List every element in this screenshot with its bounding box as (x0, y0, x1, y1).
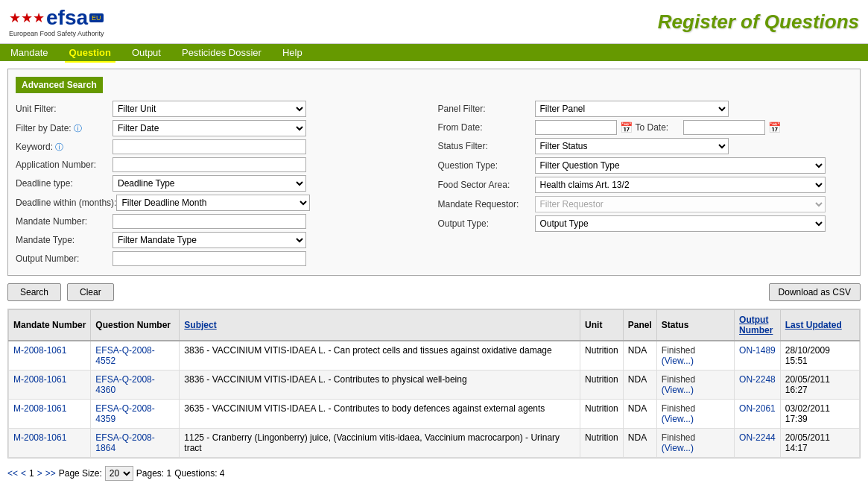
nav-help[interactable]: Help (278, 44, 307, 61)
button-row: Search Clear Download as CSV (7, 283, 861, 301)
keyword-label: Keyword: ⓘ (16, 142, 113, 153)
unit-filter-row: Unit Filter: Filter Unit (16, 99, 431, 119)
deadline-within-select[interactable]: Filter Deadline Month (116, 195, 310, 211)
question-type-select[interactable]: Filter Question Type (535, 157, 826, 174)
cell-mandate-1: M-2008-1061 (9, 371, 91, 400)
nav-mandate[interactable]: Mandate (6, 44, 53, 61)
search-button[interactable]: Search (7, 283, 61, 301)
output-type-select[interactable]: Output Type (535, 215, 826, 232)
output-link-0[interactable]: ON-1489 (739, 345, 776, 356)
output-number-input[interactable] (113, 251, 306, 266)
pagination-prev[interactable]: < (21, 468, 26, 479)
status-filter-select[interactable]: Filter Status (535, 138, 729, 154)
question-link-0[interactable]: EFSA-Q-2008-4552 (95, 345, 154, 366)
cell-question-1: EFSA-Q-2008-4360 (91, 371, 180, 400)
cell-status-1: Finished (View...) (656, 371, 734, 400)
cell-unit-2: Nutrition (580, 400, 624, 429)
pagination-first[interactable]: << (7, 468, 18, 479)
view-link-2[interactable]: (View...) (662, 414, 694, 424)
deadline-type-label: Deadline type: (16, 178, 113, 189)
cell-status-2: Finished (View...) (656, 400, 734, 429)
keyword-input[interactable]: vaccinium vitis-idaea (113, 139, 306, 154)
nav-output[interactable]: Output (127, 44, 165, 61)
keyword-help-icon[interactable]: ⓘ (55, 142, 63, 151)
cell-mandate-2: M-2008-1061 (9, 400, 91, 429)
col-output-number: OutputNumber (735, 310, 781, 341)
cell-mandate-3: M-2008-1061 (9, 429, 91, 458)
from-date-input[interactable] (535, 120, 617, 135)
to-date-calendar-icon[interactable]: 📅 (768, 122, 781, 133)
deadline-within-row: Deadline within (months): Filter Deadlin… (16, 193, 431, 212)
col-output-link[interactable]: OutputNumber (739, 315, 773, 335)
output-link-2[interactable]: ON-2061 (739, 403, 776, 414)
register-title: Register of Questions (658, 10, 859, 33)
to-date-input[interactable] (683, 120, 765, 135)
mandate-link-1[interactable]: M-2008-1061 (13, 374, 66, 385)
filter-date-help-icon[interactable]: ⓘ (74, 124, 82, 133)
view-link-3[interactable]: (View...) (662, 443, 694, 453)
output-link-3[interactable]: ON-2244 (739, 432, 776, 443)
food-sector-select[interactable]: Health claims Art. 13/2 (535, 177, 826, 193)
pagination-next[interactable]: > (37, 468, 42, 479)
left-buttons: Search Clear (7, 283, 114, 301)
view-link-1[interactable]: (View...) (662, 385, 694, 395)
pagination-questions: Questions: 4 (174, 468, 224, 479)
food-sector-label: Food Sector Area: (438, 180, 535, 190)
cell-updated-2: 03/02/2011 17:39 (780, 400, 859, 429)
col-unit: Unit (580, 310, 624, 341)
question-link-3[interactable]: EFSA-Q-2008-1864 (95, 432, 154, 453)
results-table: Mandate Number Question Number Subject U… (7, 309, 861, 458)
mandate-requestor-select[interactable]: Filter Requestor (535, 196, 826, 212)
pagination-last[interactable]: >> (45, 468, 56, 479)
col-subject-link[interactable]: Subject (184, 320, 216, 330)
cell-panel-2: NDA (623, 400, 656, 429)
output-type-label: Output Type: (438, 218, 535, 229)
panel-filter-select[interactable]: Filter Panel (535, 101, 729, 117)
mandate-link-0[interactable]: M-2008-1061 (13, 345, 66, 356)
question-link-1[interactable]: EFSA-Q-2008-4360 (95, 374, 154, 395)
mandate-type-row: Mandate Type: Filter Mandate Type (16, 230, 431, 250)
cell-question-2: EFSA-Q-2008-4359 (91, 400, 180, 429)
pagination-pagesize-select[interactable]: 20 (105, 466, 133, 481)
output-link-1[interactable]: ON-2248 (739, 374, 776, 385)
output-type-row: Output Type: Output Type (438, 214, 853, 233)
col-panel: Panel (623, 310, 656, 341)
mandate-requestor-row: Mandate Requestor: Filter Requestor (438, 195, 853, 214)
logo: ★★★ efsa EU European Food Safety Authori… (9, 6, 104, 37)
table-row: M-2008-1061 EFSA-Q-2008-4360 3836 - VACC… (9, 371, 860, 400)
clear-button[interactable]: Clear (67, 283, 114, 301)
question-link-2[interactable]: EFSA-Q-2008-4359 (95, 403, 154, 424)
title-area: Register of Questions (104, 10, 859, 34)
cell-unit-3: Nutrition (580, 429, 624, 458)
pagination-pagesize-label: Page Size: (59, 468, 102, 479)
application-number-input[interactable] (113, 157, 306, 172)
mandate-link-2[interactable]: M-2008-1061 (13, 403, 66, 414)
panel-filter-row: Panel Filter: Filter Panel (438, 99, 853, 119)
table-row: M-2008-1061 EFSA-Q-2008-4359 3635 - VACC… (9, 400, 860, 429)
cell-status-3: Finished (View...) (656, 429, 734, 458)
from-date-calendar-icon[interactable]: 📅 (620, 122, 633, 133)
unit-filter-select[interactable]: Filter Unit (113, 101, 306, 117)
mandate-type-select[interactable]: Filter Mandate Type (113, 232, 306, 248)
col-last-updated-link[interactable]: Last Updated (785, 320, 842, 330)
col-mandate-number: Mandate Number (9, 310, 91, 341)
pagination: << < 1 > >> Page Size: 20 Pages: 1 Quest… (7, 466, 861, 481)
nav-question[interactable]: Question (65, 44, 115, 63)
mandate-link-3[interactable]: M-2008-1061 (13, 432, 66, 443)
deadline-within-label: Deadline within (months): (16, 198, 116, 208)
mandate-number-input[interactable] (113, 214, 306, 229)
cell-unit-1: Nutrition (580, 371, 624, 400)
filter-date-select[interactable]: Filter Date (113, 120, 306, 136)
logo-area: ★★★ efsa EU European Food Safety Authori… (9, 6, 104, 37)
mandate-number-row: Mandate Number: (16, 212, 431, 230)
download-csv-button[interactable]: Download as CSV (769, 283, 861, 301)
view-link-0[interactable]: (View...) (662, 356, 694, 366)
pagination-current: 1 (29, 468, 34, 479)
deadline-type-select[interactable]: Deadline Type (113, 175, 306, 192)
table-header-row: Mandate Number Question Number Subject U… (9, 310, 860, 341)
nav-pesticides[interactable]: Pesticides Dossier (177, 44, 266, 61)
filter-by-date-row: Filter by Date: ⓘ Filter Date (16, 119, 431, 138)
logo-stars: ★★★ (9, 10, 45, 26)
cell-question-3: EFSA-Q-2008-1864 (91, 429, 180, 458)
cell-subject-2: 3635 - VACCINIUM VITIS-IDAEA L. - Contri… (180, 400, 580, 429)
